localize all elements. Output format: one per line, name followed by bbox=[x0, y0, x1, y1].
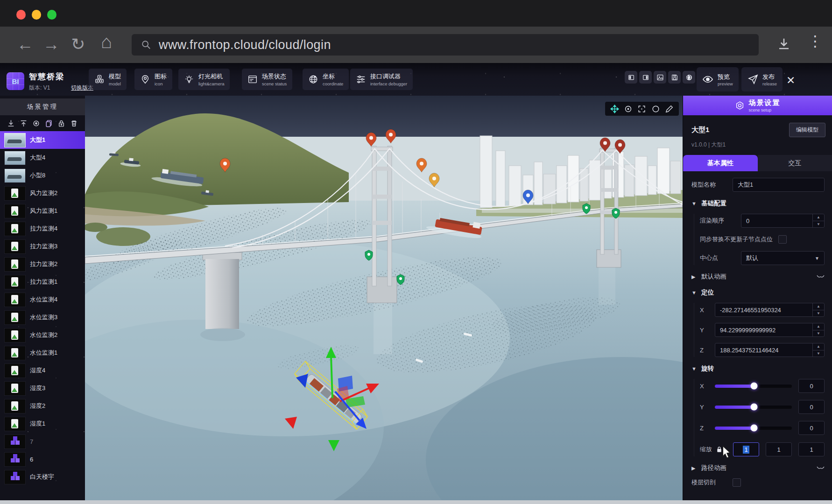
rotation-z-slider[interactable] bbox=[715, 427, 792, 430]
position-y-input[interactable]: 94.22999999999992 ▲▼ bbox=[715, 323, 825, 337]
toolbar-icon-button[interactable]: 图标icon bbox=[134, 69, 172, 90]
globe-button[interactable] bbox=[683, 71, 695, 84]
position-x-input[interactable]: -282.27146551950324 ▲▼ bbox=[715, 303, 825, 317]
center-point-select[interactable]: 默认 ▼ bbox=[741, 251, 825, 265]
list-item[interactable]: 湿度2 bbox=[0, 397, 85, 415]
model-title: 大型1 bbox=[691, 126, 709, 134]
window-bottom-edge bbox=[0, 500, 832, 504]
sidebar-header: 场景管理 bbox=[0, 98, 85, 115]
locate-icon[interactable] bbox=[32, 119, 40, 127]
import-icon[interactable] bbox=[7, 119, 15, 127]
send-icon bbox=[747, 74, 758, 85]
floor-cut-checkbox[interactable] bbox=[733, 478, 741, 487]
list-item[interactable]: 6 bbox=[0, 450, 85, 468]
screenshot-button[interactable] bbox=[654, 71, 666, 84]
light-camera-icon bbox=[184, 74, 194, 84]
chevron-down-icon: ▼ bbox=[691, 201, 697, 206]
toolbar-coordinate-button[interactable]: 坐标coordinate bbox=[303, 69, 349, 90]
position-z-input[interactable]: 188.25437521146424 ▲▼ bbox=[715, 343, 825, 357]
list-item[interactable]: 拉力监测1 bbox=[0, 273, 85, 291]
section-base-config[interactable]: ▼ 基础配置 bbox=[691, 199, 825, 208]
list-item[interactable]: 拉力监测4 bbox=[0, 220, 85, 238]
select-tool-icon[interactable] bbox=[651, 105, 660, 113]
model-name-input[interactable]: 大型1 bbox=[733, 178, 825, 192]
menu-kebab-icon[interactable]: ⋮ bbox=[808, 32, 823, 50]
sidebar-toolbar bbox=[0, 115, 85, 131]
toolbar-model-button[interactable]: 模型model bbox=[89, 69, 127, 90]
toolbar-light-camera-button[interactable]: 灯光相机light&camera bbox=[178, 69, 230, 90]
list-item[interactable]: 水位监测2 bbox=[0, 326, 85, 344]
rotation-x-slider[interactable] bbox=[715, 385, 792, 388]
copy-icon[interactable] bbox=[45, 119, 53, 127]
list-item[interactable]: 风力监测2 bbox=[0, 184, 85, 202]
toolbar-interface-debugger-button[interactable]: 接口调试器interface debugger bbox=[350, 69, 413, 90]
list-item[interactable]: 7 bbox=[0, 433, 85, 450]
scale-x-input[interactable]: 1 bbox=[733, 442, 759, 456]
list-item[interactable]: 水位监测1 bbox=[0, 344, 85, 362]
list-item[interactable]: 小型8 bbox=[0, 167, 85, 184]
number-stepper[interactable]: ▲▼ bbox=[812, 323, 824, 336]
rotation-y-slider[interactable] bbox=[715, 406, 792, 409]
forward-icon[interactable]: → bbox=[43, 33, 60, 56]
rotation-z-value[interactable]: 0 bbox=[798, 421, 825, 435]
move-tool-icon[interactable] bbox=[610, 105, 619, 113]
maximize-window-button[interactable] bbox=[47, 10, 56, 20]
url-bar[interactable]: www.frontop.cloud/cloud/login bbox=[132, 34, 759, 56]
app-logo: BI bbox=[7, 72, 24, 90]
toolbar-scene-status-button[interactable]: 场景状态scene status bbox=[242, 69, 292, 90]
section-path-animation[interactable]: ▶ 路径动画 bbox=[691, 464, 825, 472]
close-editor-button[interactable]: ✕ bbox=[786, 74, 795, 87]
sync-replace-label: 同步替换不更新子节点点位 bbox=[700, 235, 773, 244]
list-item[interactable]: 拉力监测2 bbox=[0, 255, 85, 273]
back-icon[interactable]: ← bbox=[17, 33, 34, 56]
list-item[interactable]: 白天楼宇 bbox=[0, 468, 85, 486]
scene-canvas bbox=[85, 96, 683, 500]
rotation-x-value[interactable]: 0 bbox=[798, 379, 825, 393]
list-item[interactable]: 风力监测1 bbox=[0, 202, 85, 220]
save-button[interactable] bbox=[668, 71, 681, 84]
release-button[interactable]: 发布release bbox=[741, 67, 783, 91]
layout-right-button[interactable] bbox=[639, 71, 652, 84]
3d-viewport[interactable] bbox=[85, 96, 683, 500]
refresh-icon[interactable]: ↻ bbox=[71, 33, 85, 56]
render-order-input[interactable]: 0 ▲▼ bbox=[741, 214, 825, 228]
home-icon[interactable]: ⌂ bbox=[101, 30, 112, 53]
sync-replace-checkbox[interactable] bbox=[778, 235, 787, 244]
rotate-tool-icon[interactable] bbox=[624, 105, 633, 113]
scale-tool-icon[interactable] bbox=[637, 105, 646, 113]
list-item[interactable]: 湿度1 bbox=[0, 415, 85, 433]
rotation-y-value[interactable]: 0 bbox=[798, 400, 825, 414]
tab-interaction[interactable]: 交互 bbox=[758, 155, 832, 171]
section-default-animation[interactable]: ▶ 默认动画 bbox=[691, 273, 825, 281]
lock-icon[interactable] bbox=[57, 119, 65, 127]
list-item[interactable]: 水位监测4 bbox=[0, 291, 85, 308]
section-rotation[interactable]: ▼ 旋转 bbox=[691, 364, 825, 373]
coordinate-globe-icon bbox=[308, 74, 318, 84]
list-item[interactable]: 大型4 bbox=[0, 149, 85, 167]
edit-model-button[interactable]: 编辑模型 bbox=[789, 123, 825, 137]
list-item[interactable]: 湿度3 bbox=[0, 379, 85, 397]
number-stepper[interactable]: ▲▼ bbox=[812, 343, 824, 357]
list-item[interactable]: 水位监测3 bbox=[0, 308, 85, 326]
download-icon[interactable] bbox=[777, 37, 791, 51]
brush-tool-icon[interactable] bbox=[665, 105, 674, 113]
delete-icon[interactable] bbox=[70, 119, 78, 127]
tab-basic-properties[interactable]: 基本属性 bbox=[683, 155, 758, 171]
viewport-toolbar bbox=[605, 102, 679, 116]
number-stepper[interactable]: ▲▼ bbox=[812, 303, 824, 316]
scale-y-input[interactable]: 1 bbox=[766, 442, 792, 456]
model-name-label: 模型名称 bbox=[691, 181, 733, 189]
scale-z-input[interactable]: 1 bbox=[798, 442, 825, 456]
section-position[interactable]: ▼ 定位 bbox=[691, 288, 825, 297]
render-order-label: 渲染顺序 bbox=[700, 217, 741, 225]
list-item[interactable]: 大型1 bbox=[0, 131, 85, 149]
preview-button[interactable]: 预览preview bbox=[697, 67, 739, 91]
map-pin-icon bbox=[140, 74, 150, 84]
export-icon[interactable] bbox=[20, 119, 28, 127]
close-window-button[interactable] bbox=[16, 10, 26, 20]
list-item[interactable]: 湿度4 bbox=[0, 362, 85, 379]
list-item[interactable]: 拉力监测3 bbox=[0, 238, 85, 255]
number-stepper[interactable]: ▲▼ bbox=[812, 214, 824, 227]
layout-left-button[interactable] bbox=[625, 71, 637, 84]
minimize-window-button[interactable] bbox=[32, 10, 41, 20]
